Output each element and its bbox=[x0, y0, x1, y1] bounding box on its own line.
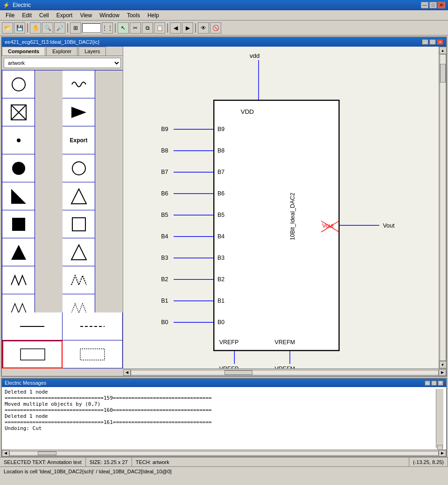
scroll-down-button[interactable]: ▼ bbox=[439, 361, 447, 368]
pin-b3-ext: B3 bbox=[161, 255, 168, 261]
line-styles-row2 bbox=[2, 340, 123, 368]
comp-filled-triangle-left[interactable] bbox=[2, 182, 35, 210]
grid-button[interactable]: ⊞ bbox=[70, 22, 81, 34]
svg-point-6 bbox=[12, 162, 25, 175]
app-title: Electric bbox=[13, 2, 31, 8]
comp-hollow-square[interactable] bbox=[63, 210, 95, 238]
copy-button[interactable]: ⧉ bbox=[142, 22, 153, 34]
comp-squiggle[interactable] bbox=[63, 70, 95, 98]
svg-point-0 bbox=[12, 78, 25, 91]
redo-button[interactable]: ▶ bbox=[182, 22, 193, 34]
tab-components[interactable]: Components bbox=[2, 47, 45, 55]
maximize-button[interactable]: □ bbox=[429, 2, 437, 8]
eye-cross-button[interactable]: 🚫 bbox=[210, 22, 221, 34]
messages-scrollbar[interactable] bbox=[436, 389, 443, 448]
comp-export[interactable]: Export bbox=[63, 126, 95, 154]
schematic-area[interactable]: vdd VDD 10Bit_Ideal_DAC2 B9 B9 B8 B8 B7 bbox=[123, 47, 439, 368]
select-button[interactable]: ↖ bbox=[118, 22, 129, 34]
messages-minimize[interactable]: — bbox=[425, 381, 430, 386]
zoom-in-button[interactable]: 🔍 bbox=[42, 22, 53, 34]
comp-filled-triangle-up[interactable] bbox=[2, 238, 35, 266]
minimize-button[interactable]: — bbox=[421, 2, 428, 8]
search-button[interactable]: 🔎 bbox=[54, 22, 65, 34]
component-grid: Export bbox=[2, 70, 123, 312]
hscroll-thumb[interactable] bbox=[224, 370, 252, 375]
comp-hollow-triangle[interactable] bbox=[63, 182, 95, 210]
menu-export[interactable]: Export bbox=[53, 11, 77, 20]
line-dotted[interactable] bbox=[63, 340, 123, 368]
grid2-button[interactable]: ⋮⋮ bbox=[102, 22, 113, 34]
library-dropdown[interactable]: artwork schematic layout bbox=[4, 58, 121, 68]
menu-file[interactable]: File bbox=[2, 11, 18, 20]
toolbar-separator-4 bbox=[167, 23, 168, 33]
menu-help[interactable]: Help bbox=[144, 11, 163, 20]
cut-button[interactable]: ✂ bbox=[130, 22, 141, 34]
tab-explorer[interactable]: Explorer bbox=[46, 47, 77, 55]
eye-button[interactable]: 👁 bbox=[198, 22, 209, 34]
hscroll-track[interactable] bbox=[131, 370, 439, 375]
pin-b6-ext: B6 bbox=[161, 190, 168, 197]
comp-arrow[interactable] bbox=[63, 98, 95, 126]
comp-dashed-zigzag[interactable] bbox=[63, 266, 95, 294]
msg-line-3: Moved multiple objects by (0,7) bbox=[5, 401, 436, 407]
messages-hscroll-track[interactable] bbox=[9, 451, 439, 456]
scroll-right-button[interactable]: ▶ bbox=[439, 369, 446, 376]
comp-sine[interactable] bbox=[2, 294, 35, 312]
status-coords: (-13.25, 8.25) bbox=[409, 457, 448, 466]
close-button[interactable]: ✕ bbox=[438, 2, 445, 8]
pin-b4-ext: B4 bbox=[161, 233, 168, 240]
comp-dot[interactable] bbox=[2, 126, 35, 154]
component-tabs: Components Explorer Layers bbox=[2, 47, 123, 56]
status-size: SIZE: 15.25 x 27 bbox=[86, 457, 132, 466]
line-solid[interactable] bbox=[2, 312, 63, 340]
menu-edit[interactable]: Edit bbox=[18, 11, 35, 20]
msg-line-2: ================================159=====… bbox=[5, 395, 436, 401]
zoom-value-input[interactable]: 0.25 bbox=[82, 23, 101, 33]
bottom-scrollbar: ◀ ▶ bbox=[123, 368, 446, 376]
comp-filled-circle[interactable] bbox=[2, 154, 35, 182]
msg-line-6: ================================161=====… bbox=[5, 419, 436, 425]
svg-marker-9 bbox=[71, 189, 86, 204]
vrefm-external: VREFM bbox=[275, 366, 295, 368]
window-maximize[interactable]: □ bbox=[429, 39, 436, 45]
menu-tools[interactable]: Tools bbox=[123, 11, 144, 20]
line-red-box[interactable] bbox=[2, 340, 63, 368]
comp-hollow-triangle-up[interactable] bbox=[63, 238, 95, 266]
comp-dashed-sine[interactable] bbox=[63, 294, 95, 312]
undo-button[interactable]: ◀ bbox=[170, 22, 181, 34]
window-close[interactable]: ✕ bbox=[437, 39, 443, 45]
schematic-svg: vdd VDD 10Bit_Ideal_DAC2 B9 B9 B8 B8 B7 bbox=[123, 47, 439, 368]
messages-scroll-thumb[interactable] bbox=[437, 445, 443, 450]
scroll-thumb[interactable] bbox=[440, 64, 446, 83]
comp-zigzag[interactable] bbox=[2, 266, 35, 294]
toolbar-separator-3 bbox=[115, 23, 116, 33]
scroll-track[interactable] bbox=[440, 54, 446, 361]
open-button[interactable]: 📂 bbox=[2, 22, 13, 34]
messages-scroll-right[interactable]: ▶ bbox=[439, 450, 446, 457]
messages-scroll-left[interactable]: ◀ bbox=[2, 450, 9, 457]
svg-rect-21 bbox=[214, 100, 339, 351]
scroll-left-button[interactable]: ◀ bbox=[123, 369, 131, 376]
line-dashed[interactable] bbox=[63, 312, 123, 340]
save-button[interactable]: 💾 bbox=[14, 22, 25, 34]
menu-view[interactable]: View bbox=[76, 11, 96, 20]
messages-hscroll-thumb[interactable] bbox=[38, 451, 56, 455]
main-toolbar: 📂 💾 ✋ 🔍 🔎 ⊞ 0.25 ⋮⋮ ↖ ✂ ⧉ 📋 ◀ ▶ 👁 🚫 bbox=[0, 21, 448, 35]
pin-b0-ext: B0 bbox=[161, 319, 168, 326]
scroll-up-button[interactable]: ▲ bbox=[439, 47, 447, 54]
menu-window[interactable]: Window bbox=[96, 11, 123, 20]
vout-external-label: Vout bbox=[383, 222, 395, 229]
comp-xbox[interactable] bbox=[2, 98, 35, 126]
tab-layers[interactable]: Layers bbox=[78, 47, 106, 55]
paste-button[interactable]: 📋 bbox=[154, 22, 165, 34]
msg-line-4: ================================160=====… bbox=[5, 407, 436, 413]
comp-circle[interactable] bbox=[2, 70, 35, 98]
comp-filled-square[interactable] bbox=[2, 210, 35, 238]
messages-close[interactable]: ✕ bbox=[438, 381, 443, 386]
messages-maximize[interactable]: □ bbox=[431, 381, 437, 386]
menu-cell[interactable]: Cell bbox=[35, 11, 53, 20]
comp-hollow-circle[interactable] bbox=[63, 154, 95, 182]
window-minimize[interactable]: — bbox=[422, 39, 428, 45]
window-content: Components Explorer Layers artwork schem… bbox=[2, 47, 446, 368]
pan-button[interactable]: ✋ bbox=[30, 22, 41, 34]
